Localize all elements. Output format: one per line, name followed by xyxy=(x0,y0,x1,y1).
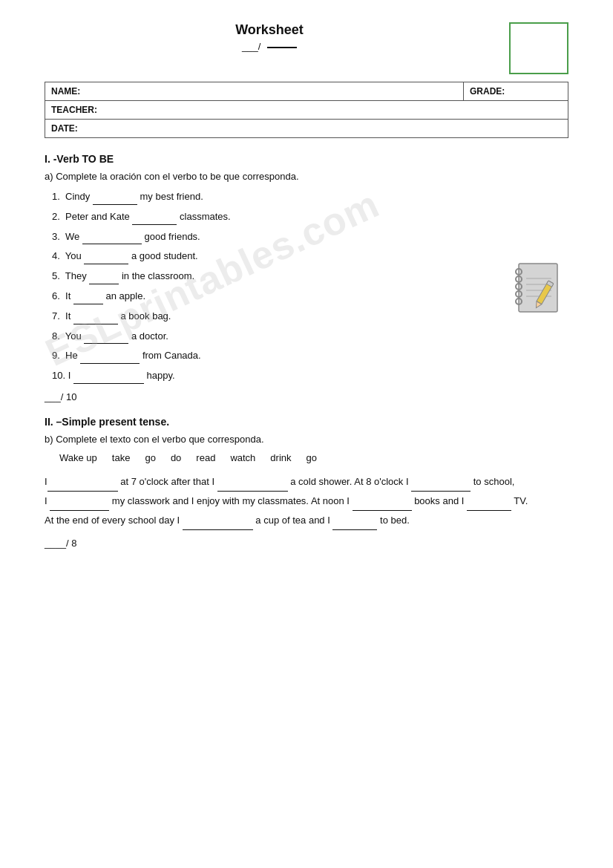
list-item: 5. They in the classroom. xyxy=(52,269,568,284)
blank[interactable] xyxy=(93,195,137,205)
list-item: 1. Cindy my best friend. xyxy=(52,189,568,205)
teacher-label: TEACHER: xyxy=(51,105,97,115)
grade-label: GRADE: xyxy=(470,86,505,97)
word-bank-item: go xyxy=(145,452,155,463)
word-bank-item: read xyxy=(196,452,215,463)
list-item: 8. You a doctor. xyxy=(52,329,568,345)
section2-title: II. –Simple present tense. xyxy=(45,416,568,428)
blank[interactable] xyxy=(89,274,119,284)
blank[interactable] xyxy=(217,481,288,492)
section1-title: I. -Verb TO BE xyxy=(45,153,568,165)
grade-cell: GRADE: xyxy=(464,82,568,101)
blank[interactable] xyxy=(332,520,377,530)
name-row: NAME: GRADE: xyxy=(45,82,568,101)
blank[interactable] xyxy=(353,500,412,511)
notebook-icon xyxy=(513,260,572,319)
blank[interactable] xyxy=(47,481,118,492)
date-label: DATE: xyxy=(51,123,78,134)
blank[interactable] xyxy=(73,294,103,304)
list-item: 9. He from Canada. xyxy=(52,348,568,364)
info-table: NAME: GRADE: TEACHER: DATE: xyxy=(45,82,568,138)
verb-to-be-list: 1. Cindy my best friend. 2. Peter and Ka… xyxy=(52,189,568,384)
list-item: 10. I happy. xyxy=(52,368,568,384)
blank[interactable] xyxy=(73,373,144,384)
blank[interactable] xyxy=(73,314,118,324)
blank[interactable] xyxy=(80,353,140,364)
date-row: DATE: xyxy=(45,120,568,138)
word-bank-item: watch xyxy=(230,452,255,463)
section2-instruction: b) Complete el texto con el verbo que co… xyxy=(45,434,568,445)
score-box xyxy=(509,22,568,74)
blank[interactable] xyxy=(84,333,128,344)
word-bank-item: take xyxy=(112,452,131,463)
blank[interactable] xyxy=(467,500,511,511)
word-bank: Wake up take go do read watch drink go xyxy=(45,452,568,463)
blank[interactable] xyxy=(183,520,253,530)
blank[interactable] xyxy=(82,234,142,244)
blank[interactable] xyxy=(132,215,177,225)
subtitle-line: ___/ xyxy=(45,41,494,52)
list-item: 2. Peter and Kate classmates. xyxy=(52,209,568,225)
list-item: 3. We good friends. xyxy=(52,229,568,245)
subtitle-text: ___/ xyxy=(242,41,260,52)
section1-score: ___/ 10 xyxy=(45,391,568,402)
blank[interactable] xyxy=(50,500,109,511)
title-area: Worksheet ___/ xyxy=(45,22,494,52)
word-bank-item: drink xyxy=(270,452,291,463)
list-item: 4. You a good student. xyxy=(52,249,568,264)
word-bank-item: Wake up xyxy=(59,452,97,463)
blank[interactable] xyxy=(411,481,471,492)
list-item: 6. It an apple. xyxy=(52,289,568,304)
blank[interactable] xyxy=(84,254,128,264)
name-cell: NAME: xyxy=(45,82,464,101)
header-area: Worksheet ___/ xyxy=(45,22,568,74)
teacher-cell: TEACHER: xyxy=(45,101,568,120)
name-label: NAME: xyxy=(51,86,80,97)
section1-instruction: a) Complete la oración con el verbo to b… xyxy=(45,171,568,182)
page-title: Worksheet xyxy=(45,22,494,38)
date-cell: DATE: xyxy=(45,120,568,138)
fill-paragraph: I at 7 o'clock after that I a cold showe… xyxy=(45,472,568,530)
list-item: 7. It a book bag. xyxy=(52,309,568,324)
teacher-row: TEACHER: xyxy=(45,101,568,120)
title-underline xyxy=(267,47,297,48)
word-bank-item: go xyxy=(306,452,317,463)
section2-score: ____/ 8 xyxy=(45,538,568,549)
word-bank-item: do xyxy=(171,452,181,463)
